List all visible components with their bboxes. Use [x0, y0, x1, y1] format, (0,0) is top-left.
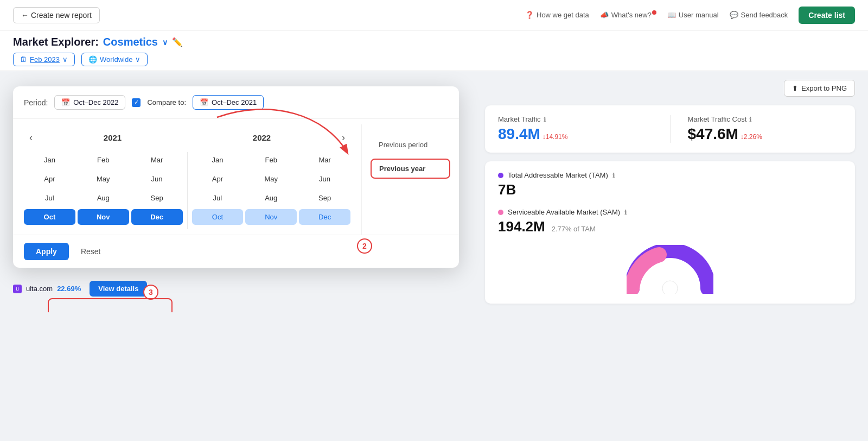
cost-info-icon[interactable]: ℹ	[749, 116, 752, 123]
month-jul-2021[interactable]: Jul	[24, 190, 75, 206]
location-filter-button[interactable]: 🌐 Worldwide ∨	[81, 53, 148, 66]
filter-row: 🗓 Feb 2023 ∨ 🌐 Worldwide ∨	[13, 53, 855, 71]
prev-year-button[interactable]: ‹	[24, 130, 38, 146]
month-dec-2022[interactable]: Dec	[299, 209, 350, 225]
megaphone-icon: 📣	[600, 11, 609, 19]
user-manual-link[interactable]: 📖 User manual	[667, 11, 719, 19]
year-left: 2021	[38, 133, 187, 142]
annotation-badge-wrapper-3: 3	[143, 285, 158, 300]
compare-period-tag[interactable]: 📅 Oct–Dec 2021	[193, 95, 264, 110]
month-dec-2021[interactable]: Dec	[131, 209, 183, 225]
export-label: Export to PNG	[801, 84, 847, 92]
month-feb-2022[interactable]: Feb	[245, 152, 297, 168]
tam-value: 7B	[498, 181, 842, 198]
sam-value: 194.2M	[498, 218, 545, 235]
create-list-button[interactable]: Create list	[799, 7, 855, 24]
sam-item: Serviceable Available Market (SAM) ℹ 194…	[498, 208, 842, 235]
sam-sub: 2.77% of TAM	[552, 225, 596, 233]
globe-icon: 🌐	[88, 55, 97, 64]
svg-point-0	[662, 281, 678, 294]
months-2022: Jan Feb Mar Apr May Jun Jul Aug Sep Oct	[192, 152, 351, 225]
traffic-value: 89.4M ↓14.91%	[498, 125, 653, 143]
calendar-icon: 🗓	[20, 55, 27, 64]
calendar-2021: Jan Feb Mar Apr May Jun Jul Aug Sep Oct	[24, 152, 183, 229]
period-label: Period:	[24, 98, 48, 107]
annotation-badge-3: 3	[143, 285, 158, 300]
month-jul-2022[interactable]: Jul	[192, 190, 244, 206]
sam-label: Serviceable Available Market (SAM) ℹ	[498, 208, 842, 216]
traffic-metrics-box: Market Traffic ℹ 89.4M ↓14.91% Market Tr…	[485, 105, 855, 153]
month-apr-2021[interactable]: Apr	[24, 171, 75, 187]
view-details-button[interactable]: View details	[90, 281, 147, 297]
cost-label: Market Traffic Cost ℹ	[688, 115, 843, 123]
page-header: Market Explorer: Cosmetics ∨ ✏️ 🗓 Feb 20…	[0, 30, 868, 71]
left-panel: 1 Period: 📅 Oct–Dec 2022 ✓ Compare to:	[0, 71, 472, 312]
book-icon: 📖	[667, 11, 676, 19]
top-bar-right: ❓ How we get data 📣 What's new? 📖 User m…	[525, 7, 855, 24]
previous-period-button[interactable]: Previous period	[371, 135, 450, 154]
site-percentage: 22.69%	[57, 285, 81, 293]
month-sep-2021[interactable]: Sep	[131, 190, 183, 206]
month-mar-2021[interactable]: Mar	[131, 152, 183, 168]
month-jan-2021[interactable]: Jan	[24, 152, 75, 168]
month-jan-2022[interactable]: Jan	[192, 152, 244, 168]
quick-options: Previous period Previous year	[361, 124, 459, 235]
reset-button[interactable]: Reset	[75, 243, 106, 260]
question-icon: ❓	[525, 11, 534, 19]
month-oct-2021[interactable]: Oct	[24, 209, 75, 225]
month-nov-2022[interactable]: Nov	[245, 209, 297, 225]
edit-icon[interactable]: ✏️	[172, 37, 183, 47]
month-mar-2022[interactable]: Mar	[299, 152, 350, 168]
market-cost-item: Market Traffic Cost ℹ $47.6M ↓2.26%	[688, 115, 843, 143]
date-filter-button[interactable]: 🗓 Feb 2023 ∨	[13, 53, 75, 66]
back-button[interactable]: ← Create new report	[13, 7, 100, 23]
sam-value-row: 194.2M 2.77% of TAM	[498, 218, 842, 235]
calendar-months: ‹ 2021 2022 › Jan Feb	[13, 124, 361, 235]
month-oct-2022[interactable]: Oct	[192, 209, 244, 225]
sam-dot	[498, 210, 503, 215]
traffic-label: Market Traffic ℹ	[498, 115, 653, 123]
page-title: Market Explorer: Cosmetics ∨ ✏️	[13, 36, 855, 48]
month-apr-2022[interactable]: Apr	[192, 171, 244, 187]
calendar-grid: Jan Feb Mar Apr May Jun Jul Aug Sep Oct	[24, 152, 350, 229]
sam-info-icon[interactable]: ℹ	[624, 209, 627, 216]
whats-new-link[interactable]: 📣 What's new?	[600, 11, 656, 19]
month-jun-2022[interactable]: Jun	[299, 171, 350, 187]
send-feedback-link[interactable]: 💬 Send feedback	[730, 11, 788, 19]
month-nov-2021[interactable]: Nov	[78, 209, 129, 225]
top-bar-left: ← Create new report	[13, 7, 100, 23]
cost-change: ↓2.26%	[741, 133, 762, 141]
tam-info-icon[interactable]: ℹ	[612, 172, 615, 179]
title-dropdown-icon[interactable]: ∨	[162, 38, 168, 47]
datepicker-popup: Period: 📅 Oct–Dec 2022 ✓ Compare to: 📅 O…	[13, 86, 459, 268]
month-sep-2022[interactable]: Sep	[299, 190, 350, 206]
site-name: ulta.com	[26, 285, 53, 293]
period-tag[interactable]: 📅 Oct–Dec 2022	[54, 95, 125, 110]
how-we-get-data-link[interactable]: ❓ How we get data	[525, 11, 589, 19]
tam-dot	[498, 173, 503, 178]
tam-label: Total Addressable Market (TAM) ℹ	[498, 171, 842, 179]
apply-button[interactable]: Apply	[24, 243, 69, 260]
cost-value: $47.6M ↓2.26%	[688, 125, 843, 143]
month-may-2022[interactable]: May	[245, 171, 297, 187]
annotation-badge-wrapper-2: 2	[357, 238, 372, 254]
market-traffic-item: Market Traffic ℹ 89.4M ↓14.91%	[498, 115, 653, 143]
previous-year-button[interactable]: Previous year	[371, 159, 450, 179]
month-aug-2022[interactable]: Aug	[245, 190, 297, 206]
title-blue: Cosmetics	[103, 36, 158, 48]
site-item: u ulta.com 22.69%	[13, 285, 81, 293]
month-feb-2021[interactable]: Feb	[78, 152, 129, 168]
export-button[interactable]: ⬆ Export to PNG	[784, 80, 855, 97]
calendar-2022: Jan Feb Mar Apr May Jun Jul Aug Sep Oct	[192, 152, 351, 229]
year-section: 2021 2022	[38, 133, 336, 142]
metrics-row: Market Traffic ℹ 89.4M ↓14.91% Market Tr…	[498, 115, 842, 143]
month-jun-2021[interactable]: Jun	[131, 171, 183, 187]
calendar-icon: 📅	[61, 98, 70, 106]
right-panel: ⬆ Export to PNG Market Traffic ℹ 89.4M ↓…	[472, 71, 868, 312]
compare-checkbox[interactable]: ✓	[132, 98, 141, 107]
month-may-2021[interactable]: May	[78, 171, 129, 187]
month-aug-2021[interactable]: Aug	[78, 190, 129, 206]
traffic-info-icon[interactable]: ℹ	[544, 116, 546, 123]
next-year-button[interactable]: ›	[336, 130, 350, 146]
compare-label: Compare to:	[147, 98, 186, 106]
